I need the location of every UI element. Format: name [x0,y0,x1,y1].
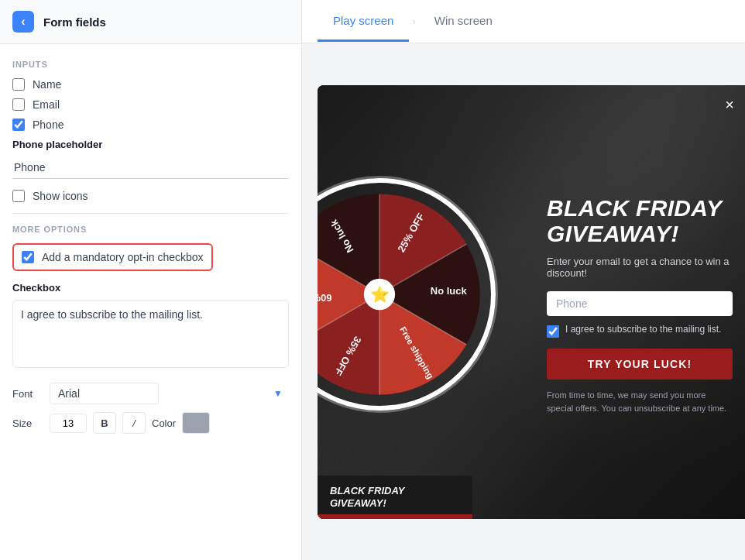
wheel-area: 25% OFF No luck Free shipping 35% OFF [318,85,534,519]
size-input[interactable] [50,414,87,433]
name-checkbox[interactable] [12,78,25,91]
tab-win-screen[interactable]: Win screen [419,2,508,42]
panel-content: INPUTS Name Email Phone Phone placeholde… [0,44,301,560]
panel-header: ‹ Form fields [0,0,301,44]
show-icons-row: Show icons [12,190,289,202]
close-button[interactable]: × [719,94,740,116]
close-icon: × [725,96,734,114]
wheel-label-2: No luck [431,285,468,297]
wheel-container: 25% OFF No luck Free shipping 35% OFF [318,178,496,426]
right-panel: Play screen › Win screen × [302,0,745,560]
divider-1 [12,213,289,214]
email-label[interactable]: Email [33,98,60,111]
modal-content: 25% OFF No luck Free shipping 35% OFF [318,85,745,519]
chevron-down-icon: ▼ [273,388,283,399]
italic-icon: / [132,417,136,429]
mandatory-checkbox[interactable] [22,251,34,263]
italic-button[interactable]: / [122,412,146,434]
tab-win-screen-label: Win screen [434,14,493,27]
preview-area: × [302,43,745,560]
checkbox-section-label: Checkbox [12,282,289,294]
agree-checkbox[interactable] [547,325,559,338]
tab-bar: Play screen › Win screen [302,0,745,43]
modal-phone-input[interactable]: Phone [547,291,733,316]
bold-button[interactable]: B [93,412,116,434]
more-options-label: MORE OPTIONS [12,225,289,234]
wheel-star-icon: ⭐ [370,285,390,304]
font-select[interactable]: Arial Times New Roman Helvetica [50,383,159,404]
email-field-row: Email [12,98,289,111]
panel-title: Form fields [43,15,106,29]
agree-row: I agree to subscribe to the mailing list… [547,324,733,338]
try-luck-button[interactable]: TRY YOUR LUCK! [547,349,733,380]
show-icons-label[interactable]: Show icons [33,190,88,202]
tab-chevron-icon: › [409,15,418,27]
wheel-label-group-5: 60% OFF [318,292,331,304]
left-panel: ‹ Form fields INPUTS Name Email Phone Ph… [0,0,302,560]
modal-phone-placeholder: Phone [556,297,587,310]
agree-text: I agree to subscribe to the mailing list… [565,324,721,335]
inputs-section-label: INPUTS [12,60,289,69]
size-row: Size B / Color [12,412,289,434]
wheel-label-group-2: No luck [431,285,468,297]
color-label: Color [152,417,176,429]
name-field-row: Name [12,78,289,91]
giveaway-title: BLACK FRIDAY GIVEAWAY! [547,195,733,246]
disclaimer-text: From time to time, we may send you more … [547,389,733,414]
mandatory-label[interactable]: Add a mandatory opt-in checkbox [42,251,204,263]
back-button[interactable]: ‹ [12,11,34,33]
phone-label[interactable]: Phone [33,119,64,131]
giveaway-description: Enter your email to get a chance to win … [547,256,733,279]
font-row: Font Arial Times New Roman Helvetica ▼ [12,383,289,404]
bold-icon: B [101,417,108,429]
font-select-wrapper: Arial Times New Roman Helvetica ▼ [50,383,289,404]
back-icon: ‹ [21,15,25,29]
phone-placeholder-input[interactable] [12,156,289,179]
show-icons-checkbox[interactable] [12,190,25,202]
spin-wheel[interactable]: 25% OFF No luck Free shipping 35% OFF [318,178,496,411]
checkbox-textarea[interactable]: I agree to subscribe to the mailing list… [12,300,289,368]
info-area: BLACK FRIDAY GIVEAWAY! Enter your email … [534,85,745,519]
tab-play-screen[interactable]: Play screen [318,2,409,42]
tab-play-screen-label: Play screen [333,14,393,27]
phone-placeholder-label: Phone placeholder [12,139,289,150]
email-checkbox[interactable] [12,98,25,111]
name-label[interactable]: Name [33,78,61,91]
color-swatch[interactable] [182,412,210,434]
phone-checkbox[interactable] [12,119,25,131]
phone-field-row: Phone [12,119,289,131]
font-label: Font [12,388,43,400]
size-label: Size [12,417,43,429]
wheel-label-5: 60% OFF [318,292,331,304]
modal-overlay: × [318,85,745,519]
mandatory-checkbox-row: Add a mandatory opt-in checkbox [12,243,213,271]
